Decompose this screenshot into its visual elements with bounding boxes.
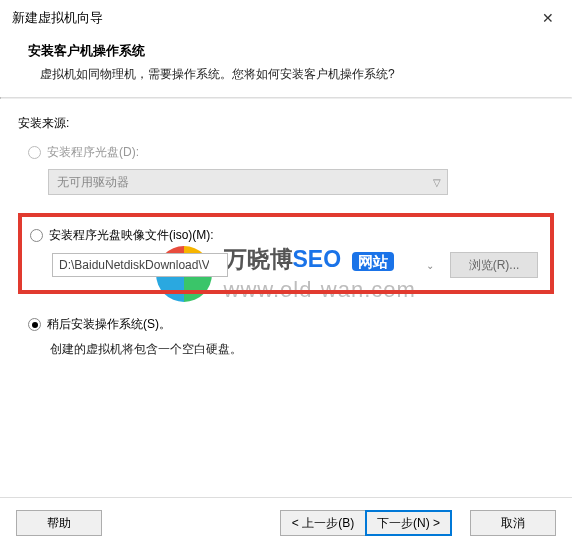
drive-select[interactable]: 无可用驱动器 ▽	[48, 169, 448, 195]
radio-iso-file[interactable]	[30, 229, 43, 242]
install-source-label: 安装来源:	[18, 115, 554, 132]
page-subtitle: 虚拟机如同物理机，需要操作系统。您将如何安装客户机操作系统?	[40, 66, 544, 83]
radio-install-later-label: 稍后安装操作系统(S)。	[47, 316, 171, 333]
radio-iso-file-label: 安装程序光盘映像文件(iso)(M):	[49, 227, 214, 244]
chevron-down-icon: ▽	[433, 177, 441, 188]
back-button[interactable]: < 上一步(B)	[280, 510, 366, 536]
chevron-down-icon: ⌄	[426, 260, 434, 271]
window-title: 新建虚拟机向导	[12, 9, 103, 27]
page-title: 安装客户机操作系统	[28, 42, 544, 60]
radio-install-later[interactable]	[28, 318, 41, 331]
radio-installer-disc[interactable]	[28, 146, 41, 159]
install-later-note: 创建的虚拟机将包含一个空白硬盘。	[50, 341, 554, 358]
drive-select-text: 无可用驱动器	[57, 174, 129, 191]
iso-path-input[interactable]	[52, 253, 228, 277]
next-button[interactable]: 下一步(N) >	[365, 510, 452, 536]
radio-installer-disc-label: 安装程序光盘(D):	[47, 144, 139, 161]
iso-option-highlight: 安装程序光盘映像文件(iso)(M): ⌄ 浏览(R)...	[18, 213, 554, 294]
close-icon[interactable]: ✕	[536, 8, 560, 28]
browse-button[interactable]: 浏览(R)...	[450, 252, 538, 278]
help-button[interactable]: 帮助	[16, 510, 102, 536]
cancel-button[interactable]: 取消	[470, 510, 556, 536]
